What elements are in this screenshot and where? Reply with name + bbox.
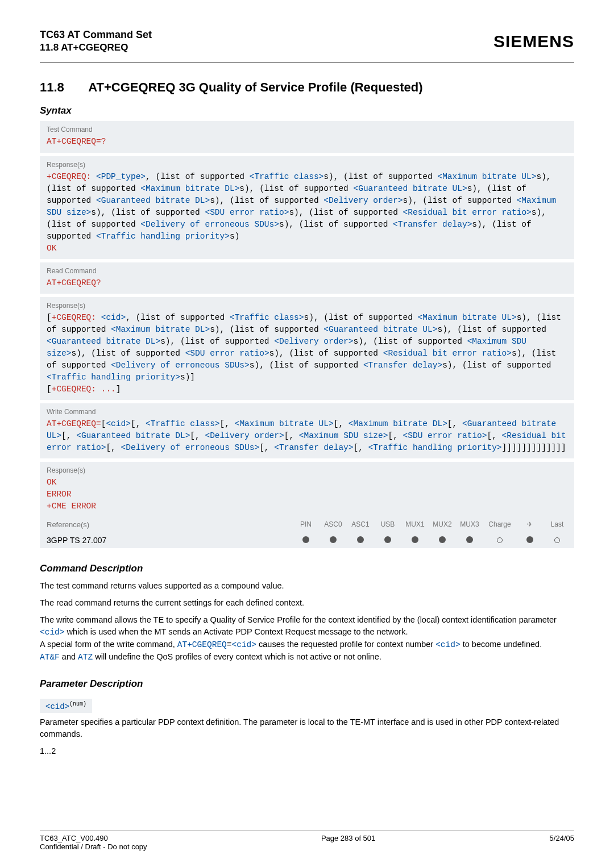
w-td: <Transfer delay> bbox=[274, 443, 353, 452]
dot-charge bbox=[487, 536, 513, 545]
r-8: s), (list of supported bbox=[72, 349, 185, 358]
references-label: Reference(s) bbox=[47, 520, 89, 529]
d-cid3: <cid> bbox=[435, 640, 460, 649]
r-eo: [ bbox=[47, 385, 52, 394]
footer-left-1: TC63_ATC_V00.490 bbox=[40, 834, 147, 842]
doc-subtitle: 11.8 AT+CGEQREQ bbox=[40, 41, 152, 54]
w-c9: [, bbox=[487, 431, 502, 440]
test-response-box: Response(s) +CGEQREQ: <PDP_type>, (list … bbox=[40, 156, 574, 259]
write-response-box: Response(s) OK ERROR +CME ERROR bbox=[40, 462, 574, 517]
r-6: s), (list of supported bbox=[160, 337, 274, 346]
write-ok: OK bbox=[47, 477, 567, 489]
w-do: <Delivery order> bbox=[205, 431, 284, 440]
t-1: , (list of supported bbox=[146, 172, 250, 181]
param-cid-sup: (num) bbox=[69, 701, 86, 707]
param-cid-label: <cid> bbox=[45, 702, 69, 711]
r-open: [ bbox=[47, 313, 52, 322]
test-command-label: Test Command bbox=[47, 126, 567, 133]
parameter-description-heading: Parameter Description bbox=[40, 678, 574, 690]
param-cid-row: <cid>(num) bbox=[40, 695, 574, 717]
footer-left-2: Confidential / Draft - Do not copy bbox=[40, 842, 147, 851]
write-cme: +CME ERROR bbox=[47, 500, 567, 512]
t-prefix: +CGEQREQ: bbox=[47, 172, 96, 181]
dot-mux1 bbox=[405, 536, 425, 545]
dot-mux3 bbox=[459, 536, 480, 545]
d4a: A special form of the write command, bbox=[40, 640, 177, 649]
test-command: AT+CGEQREQ=? bbox=[47, 136, 567, 148]
r-cb: ] bbox=[190, 373, 195, 382]
w-mbd: <Maximum bitrate DL> bbox=[349, 419, 447, 428]
w-tc: <Traffic class> bbox=[146, 419, 220, 428]
dot-pin bbox=[296, 536, 316, 545]
w-de: <Delivery of erroneous SDUs> bbox=[121, 443, 260, 452]
r-5: s), (list of supported bbox=[437, 325, 546, 334]
t-7: s), (list of supported bbox=[403, 196, 517, 205]
dot-air bbox=[520, 536, 540, 545]
r-prefix: +CGEQREQ: bbox=[52, 313, 101, 322]
reference-header-row: Reference(s) PIN ASC0 ASC1 USB MUX1 MUX2… bbox=[40, 517, 574, 532]
write-command-label: Write Command bbox=[47, 408, 567, 416]
r-gbu: <Guaranteed bitrate UL> bbox=[323, 325, 437, 334]
page-footer: TC63_ATC_V00.490 Confidential / Draft - … bbox=[40, 830, 574, 851]
footer-right: 5/24/05 bbox=[550, 834, 574, 851]
r-se: <SDU error ratio> bbox=[185, 349, 269, 358]
w-c12: [, bbox=[354, 443, 368, 452]
d-atf: AT&F bbox=[40, 653, 60, 662]
t-td: <Transfer delay> bbox=[393, 220, 472, 229]
w-gbd: <Guaranteed bitrate DL> bbox=[76, 431, 190, 440]
r-9: s), (list of supported bbox=[269, 349, 383, 358]
w-ms: <Maximum SDU size> bbox=[299, 431, 388, 440]
w-c11: [, bbox=[259, 443, 274, 452]
col-mux1: MUX1 bbox=[405, 520, 425, 528]
r-gbd: <Guaranteed bitrate DL> bbox=[47, 337, 160, 346]
support-dots bbox=[296, 536, 567, 545]
r-tail: s) bbox=[180, 373, 190, 382]
r-tp: <Traffic handling priority> bbox=[47, 373, 180, 382]
d3a: The write command allows the TE to speci… bbox=[40, 615, 557, 624]
dot-usb bbox=[377, 536, 398, 545]
dot-asc0 bbox=[323, 536, 343, 545]
param-cid-box: <cid>(num) bbox=[40, 699, 92, 713]
col-usb: USB bbox=[377, 520, 398, 528]
r-12: s), (list of supported bbox=[442, 361, 551, 370]
t-11: s), (list of supported bbox=[279, 220, 393, 229]
r-11: s), (list of supported bbox=[250, 361, 363, 370]
airplane-icon: ✈ bbox=[520, 520, 540, 528]
syntax-heading: Syntax bbox=[40, 105, 574, 116]
t-do: <Delivery order> bbox=[323, 196, 403, 205]
doc-title: TC63 AT Command Set bbox=[40, 28, 152, 41]
t-2: s), (list of supported bbox=[323, 172, 437, 181]
t-re: <Residual bit error ratio> bbox=[403, 208, 532, 217]
r-2: s), (list of supported bbox=[304, 313, 418, 322]
section-title: AT+CGEQREQ 3G Quality of Service Profile… bbox=[88, 80, 422, 94]
desc-p2: The read command returns the current set… bbox=[40, 597, 574, 608]
page-header: TC63 AT Command Set 11.8 AT+CGEQREQ SIEM… bbox=[40, 28, 574, 54]
w-c5: [, bbox=[61, 431, 76, 440]
footer-center: Page 283 of 501 bbox=[321, 834, 375, 851]
w-c1: [, bbox=[131, 419, 146, 428]
t-tp: <Traffic handling priority> bbox=[96, 232, 230, 241]
dot-mux2 bbox=[432, 536, 453, 545]
responses-label-3: Response(s) bbox=[47, 466, 567, 474]
responses-label: Response(s) bbox=[47, 161, 567, 169]
w-c7: [, bbox=[284, 431, 299, 440]
t-9: s), (list of supported bbox=[289, 208, 403, 217]
w-c2: [, bbox=[220, 419, 235, 428]
section-number: 11.8 bbox=[40, 80, 85, 95]
r-4: s), (list of supported bbox=[210, 325, 323, 334]
read-response-body: [+CGEQREQ: <cid>, (list of supported <Tr… bbox=[47, 312, 567, 395]
w-se: <SDU error ratio> bbox=[403, 431, 487, 440]
footer-left: TC63_ATC_V00.490 Confidential / Draft - … bbox=[40, 834, 147, 851]
d-cid1: <cid> bbox=[40, 628, 65, 637]
section-heading: 11.8 AT+CGEQREQ 3G Quality of Service Pr… bbox=[40, 80, 574, 95]
desc-p1: The test command returns values supporte… bbox=[40, 580, 574, 591]
r-ell: +CGEQREQ: ... bbox=[52, 385, 116, 394]
w-mbu: <Maximum bitrate UL> bbox=[235, 419, 334, 428]
col-pin: PIN bbox=[296, 520, 316, 528]
t-gbu: <Guaranteed bitrate UL> bbox=[354, 184, 467, 193]
t-4: s), (list of supported bbox=[239, 184, 353, 193]
r-de: <Delivery of erroneous SDUs> bbox=[111, 361, 250, 370]
w-c4: [, bbox=[447, 419, 462, 428]
header-left: TC63 AT Command Set 11.8 AT+CGEQREQ bbox=[40, 28, 152, 54]
d4c: to become undefined. bbox=[460, 640, 542, 649]
